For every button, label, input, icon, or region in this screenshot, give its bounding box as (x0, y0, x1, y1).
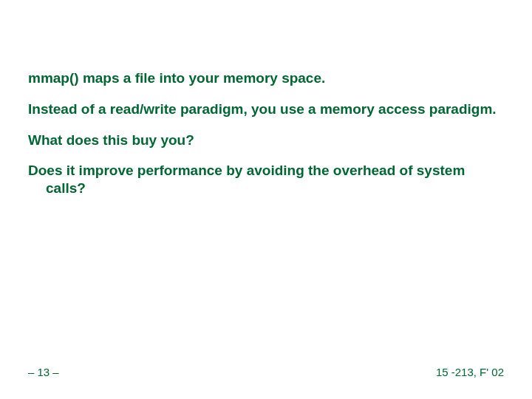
slide-body: mmap() maps a file into your memory spac… (28, 69, 504, 211)
paragraph-4: Does it improve performance by avoiding … (28, 162, 504, 197)
paragraph-1: mmap() maps a file into your memory spac… (28, 69, 504, 87)
page-number: – 13 – (28, 366, 59, 378)
paragraph-2: Instead of a read/write paradigm, you us… (28, 100, 504, 118)
course-label: 15 -213, F' 02 (436, 366, 504, 378)
slide-footer: – 13 – 15 -213, F' 02 (28, 366, 504, 378)
paragraph-3: What does this buy you? (28, 132, 504, 149)
